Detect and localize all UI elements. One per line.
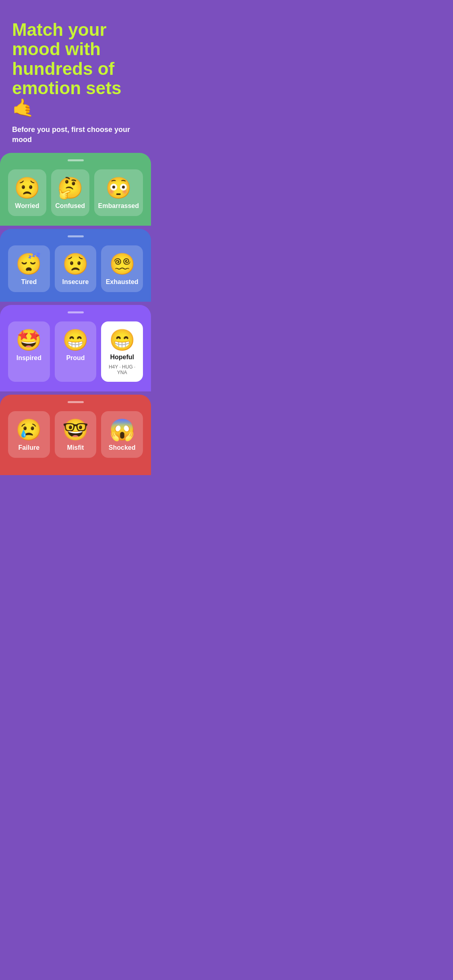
embarrassed-emoji: 😳 — [105, 177, 132, 198]
emotion-card-confused[interactable]: 🤔 Confused — [51, 169, 89, 216]
emotion-card-misfit[interactable]: 🤓 Misfit — [55, 411, 97, 458]
emotion-card-hopeful[interactable]: 😁 Hopeful H4Y · HUG · YNA — [101, 321, 143, 382]
section-blue: 😴 Tired 😟 Insecure 😵‍💫 Exhausted — [0, 229, 151, 302]
drag-handle-purple[interactable] — [68, 311, 84, 313]
exhausted-label: Exhausted — [106, 278, 139, 286]
confused-emoji: 🤔 — [57, 177, 83, 198]
emotion-card-insecure[interactable]: 😟 Insecure — [55, 245, 97, 292]
emotion-card-tired[interactable]: 😴 Tired — [8, 245, 50, 292]
header-title: Match your mood with hundreds of emotion… — [12, 20, 139, 117]
emotion-card-failure[interactable]: 😢 Failure — [8, 411, 50, 458]
inspired-emoji: 🤩 — [16, 329, 42, 350]
emotion-card-inspired[interactable]: 🤩 Inspired — [8, 321, 50, 382]
drag-handle-blue[interactable] — [68, 235, 84, 237]
section-green: 😟 Worried 🤔 Confused 😳 Embarrassed — [0, 153, 151, 226]
header-subtitle: Before you post, first choose your mood — [12, 125, 139, 145]
emotion-card-embarrassed[interactable]: 😳 Embarrassed — [94, 169, 143, 216]
hopeful-tags: H4Y · HUG · YNA — [105, 364, 139, 375]
emotion-grid-blue: 😴 Tired 😟 Insecure 😵‍💫 Exhausted — [8, 245, 143, 292]
failure-label: Failure — [19, 444, 39, 451]
drag-handle-green[interactable] — [68, 159, 84, 161]
tired-label: Tired — [21, 278, 37, 286]
shocked-label: Shocked — [109, 444, 136, 451]
hopeful-emoji: 😁 — [109, 329, 135, 350]
embarrassed-label: Embarrassed — [98, 202, 139, 210]
insecure-label: Insecure — [62, 278, 89, 286]
misfit-label: Misfit — [67, 444, 84, 451]
emotion-card-proud[interactable]: 😁 Proud — [55, 321, 97, 382]
emotion-card-shocked[interactable]: 😱 Shocked — [101, 411, 143, 458]
proud-label: Proud — [66, 354, 85, 362]
worried-emoji: 😟 — [14, 177, 40, 198]
worried-label: Worried — [15, 202, 39, 210]
inspired-label: Inspired — [17, 354, 41, 362]
emotion-card-worried[interactable]: 😟 Worried — [8, 169, 46, 216]
exhausted-emoji: 😵‍💫 — [109, 253, 135, 274]
emotion-card-exhausted[interactable]: 😵‍💫 Exhausted — [101, 245, 143, 292]
misfit-emoji: 🤓 — [62, 419, 89, 440]
drag-handle-red[interactable] — [68, 401, 84, 403]
header: Match your mood with hundreds of emotion… — [0, 0, 151, 157]
emotion-grid-green: 😟 Worried 🤔 Confused 😳 Embarrassed — [8, 169, 143, 216]
confused-label: Confused — [55, 202, 85, 210]
insecure-emoji: 😟 — [62, 253, 89, 274]
proud-emoji: 😁 — [62, 329, 89, 350]
emotion-grid-red: 😢 Failure 🤓 Misfit 😱 Shocked — [8, 411, 143, 458]
tired-emoji: 😴 — [16, 253, 42, 274]
emotion-grid-purple: 🤩 Inspired 😁 Proud 😁 Hopeful H4Y · HUG ·… — [8, 321, 143, 382]
section-red: 😢 Failure 🤓 Misfit 😱 Shocked — [0, 395, 151, 475]
failure-emoji: 😢 — [16, 419, 42, 440]
shocked-emoji: 😱 — [109, 419, 135, 440]
section-purple: 🤩 Inspired 😁 Proud 😁 Hopeful H4Y · HUG ·… — [0, 305, 151, 391]
hopeful-label: Hopeful — [110, 354, 134, 361]
